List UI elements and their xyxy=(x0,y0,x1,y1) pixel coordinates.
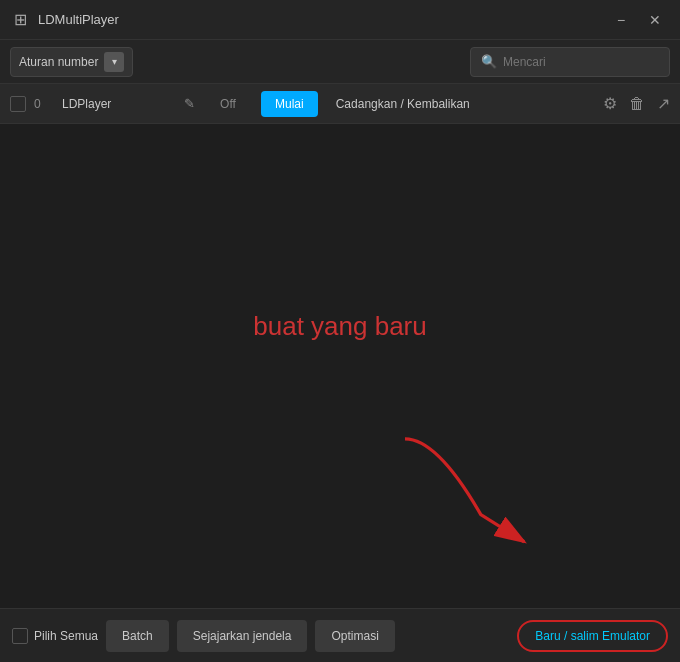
align-button[interactable]: Sejajarkan jendela xyxy=(177,620,308,652)
sort-label: Aturan number xyxy=(19,55,98,69)
chevron-down-icon: ▾ xyxy=(104,52,124,72)
settings-icon[interactable]: ⚙ xyxy=(603,94,617,113)
emulator-name: LDPlayer xyxy=(62,97,172,111)
hint-text: buat yang baru xyxy=(253,311,426,342)
select-all-wrap: Pilih Semua xyxy=(12,628,98,644)
search-icon: 🔍 xyxy=(481,54,497,69)
close-button[interactable]: ✕ xyxy=(640,8,670,32)
select-all-label: Pilih Semua xyxy=(34,629,98,643)
edit-icon[interactable]: ✎ xyxy=(184,96,195,111)
search-box[interactable]: 🔍 xyxy=(470,47,670,77)
main-content: buat yang baru xyxy=(0,124,680,608)
start-button[interactable]: Mulai xyxy=(261,91,318,117)
app-icon: ⊞ xyxy=(10,10,30,30)
emulator-number: 0 xyxy=(34,97,54,111)
search-input[interactable] xyxy=(503,55,653,69)
delete-icon[interactable]: 🗑 xyxy=(629,95,645,113)
toolbar: Aturan number ▾ 🔍 xyxy=(0,40,680,84)
export-icon[interactable]: ↗ xyxy=(657,94,670,113)
backup-label[interactable]: Cadangkan / Kembalikan xyxy=(336,97,470,111)
select-all-checkbox[interactable] xyxy=(12,628,28,644)
new-emulator-button[interactable]: Baru / salim Emulator xyxy=(517,620,668,652)
optimize-button[interactable]: Optimasi xyxy=(315,620,394,652)
emulator-status: Off xyxy=(203,97,253,111)
app-title: LDMultiPlayer xyxy=(38,12,606,27)
title-bar: ⊞ LDMultiPlayer − ✕ xyxy=(0,0,680,40)
bottom-bar: Pilih Semua Batch Sejajarkan jendela Opt… xyxy=(0,608,680,662)
arrow-indicator xyxy=(360,428,580,558)
row-actions: ⚙ 🗑 ↗ xyxy=(603,94,670,113)
sort-dropdown[interactable]: Aturan number ▾ xyxy=(10,47,133,77)
emulator-row: 0 LDPlayer ✎ Off Mulai Cadangkan / Kemba… xyxy=(0,84,680,124)
window-controls: − ✕ xyxy=(606,8,670,32)
batch-button[interactable]: Batch xyxy=(106,620,169,652)
minimize-button[interactable]: − xyxy=(606,8,636,32)
row-checkbox[interactable] xyxy=(10,96,26,112)
